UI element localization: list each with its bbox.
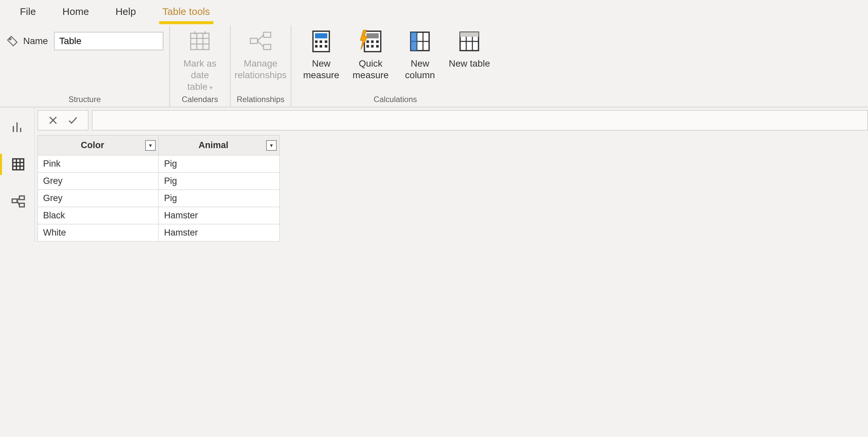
svg-rect-20	[325, 45, 328, 48]
svg-rect-19	[320, 45, 322, 48]
svg-rect-26	[367, 45, 369, 48]
cell: Pig	[159, 173, 280, 190]
group-label-relationships: Relationships	[237, 95, 284, 105]
svg-point-0	[9, 38, 11, 40]
new-column-label: New column	[398, 58, 442, 81]
svg-rect-28	[376, 45, 379, 48]
column-header-color[interactable]: Color ▼	[38, 135, 159, 155]
ribbon-group-relationships: Manage relationships Relationships	[231, 25, 291, 107]
cell: Black	[38, 207, 159, 224]
formula-bar[interactable]	[92, 110, 868, 130]
new-table-icon	[457, 29, 482, 54]
new-table-button[interactable]: New table	[445, 29, 494, 70]
menu-home[interactable]: Home	[59, 0, 92, 24]
manage-relationships-button: Manage relationships	[237, 29, 285, 82]
svg-rect-48	[12, 199, 17, 203]
column-header-color-label: Color	[81, 140, 104, 150]
calendar-icon	[188, 29, 212, 54]
calculator-icon	[309, 29, 333, 54]
relationships-icon	[248, 29, 273, 54]
svg-rect-34	[411, 32, 417, 51]
cell: Pig	[159, 190, 280, 207]
svg-rect-25	[376, 40, 379, 43]
model-view-button[interactable]	[0, 191, 34, 212]
group-label-calendars: Calendars	[182, 95, 218, 105]
ribbon-group-calendars: Mark as date table▾ Calendars	[170, 25, 231, 107]
formula-actions	[37, 110, 89, 130]
svg-rect-22	[367, 33, 379, 38]
svg-rect-17	[325, 40, 328, 43]
svg-rect-49	[19, 196, 24, 200]
column-filter-color[interactable]: ▼	[145, 140, 156, 151]
svg-line-11	[257, 35, 264, 41]
cell: Pink	[38, 155, 159, 173]
table-row[interactable]: Grey Pig	[38, 190, 280, 207]
table-row[interactable]: Pink Pig	[38, 155, 280, 173]
svg-rect-1	[191, 33, 209, 50]
svg-rect-10	[264, 44, 271, 50]
quick-measure-button[interactable]: Quick measure	[347, 29, 395, 82]
data-table: Color ▼ Animal ▼ Pink Pig Grey Pig	[37, 135, 280, 242]
tag-icon	[6, 35, 19, 48]
data-view-button[interactable]	[0, 154, 34, 175]
menu-table-tools[interactable]: Table tools	[159, 0, 213, 24]
quick-measure-label: Quick measure	[349, 58, 393, 81]
svg-rect-16	[320, 40, 322, 43]
model-icon	[11, 194, 26, 209]
svg-rect-14	[315, 33, 328, 38]
column-header-animal-label: Animal	[198, 140, 228, 150]
svg-rect-8	[250, 38, 257, 43]
svg-rect-18	[315, 45, 318, 48]
report-view-button[interactable]	[0, 117, 34, 138]
table-name-label: Name	[23, 36, 48, 46]
table-row[interactable]: White Hamster	[38, 224, 280, 242]
cell: Grey	[38, 173, 159, 190]
table-row[interactable]: Grey Pig	[38, 173, 280, 190]
svg-rect-39	[460, 32, 478, 37]
table-name-input[interactable]	[54, 32, 163, 50]
view-rail	[0, 107, 35, 242]
column-filter-animal[interactable]: ▼	[266, 140, 277, 151]
new-measure-button[interactable]: New measure	[297, 29, 345, 82]
quick-measure-icon	[358, 29, 383, 54]
group-label-calculations: Calculations	[373, 95, 417, 105]
new-table-label: New table	[449, 58, 490, 69]
new-column-button[interactable]: New column	[396, 29, 444, 82]
svg-rect-27	[371, 45, 374, 48]
cell: Pig	[159, 155, 280, 173]
menu-bar: File Home Help Table tools	[0, 0, 868, 25]
svg-rect-15	[315, 40, 318, 43]
svg-rect-9	[264, 32, 271, 37]
ribbon: Name Structure Mark as date table▾ Ca	[0, 25, 868, 107]
menu-file[interactable]: File	[17, 0, 39, 24]
commit-icon[interactable]	[67, 115, 79, 126]
bar-chart-icon	[11, 120, 26, 134]
manage-relationships-label: Manage relationships	[235, 58, 287, 81]
svg-rect-23	[367, 40, 369, 43]
mark-as-date-table-button: Mark as date table▾	[176, 29, 224, 93]
table-row[interactable]: Black Hamster	[38, 207, 280, 224]
svg-rect-50	[19, 204, 24, 207]
table-grid-icon	[11, 157, 26, 171]
group-label-structure: Structure	[69, 95, 101, 105]
column-header-animal[interactable]: Animal ▼	[159, 135, 280, 155]
menu-help[interactable]: Help	[112, 0, 139, 24]
svg-rect-43	[12, 159, 24, 170]
ribbon-group-calculations: New measure Quick measure	[291, 25, 499, 107]
cell: Hamster	[159, 207, 280, 224]
cell: Hamster	[159, 224, 280, 242]
cancel-icon[interactable]	[48, 115, 59, 126]
cell: White	[38, 224, 159, 242]
chevron-down-icon: ▾	[210, 85, 212, 91]
ribbon-group-structure: Name Structure	[0, 25, 170, 107]
svg-rect-24	[371, 40, 374, 43]
svg-line-12	[257, 41, 264, 47]
new-measure-label: New measure	[299, 58, 343, 81]
new-column-icon	[408, 29, 432, 54]
cell: Grey	[38, 190, 159, 207]
